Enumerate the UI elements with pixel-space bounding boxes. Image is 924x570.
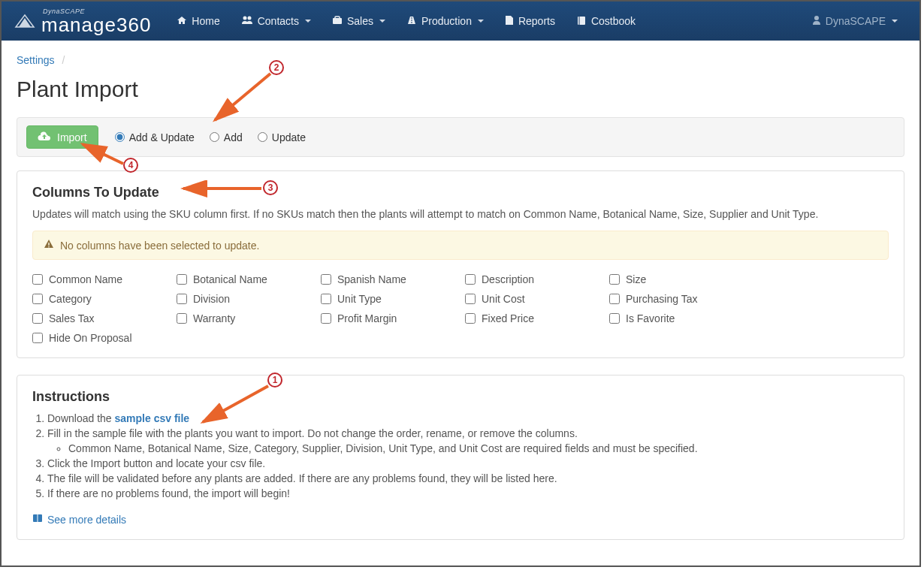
check-warranty-input[interactable] [177, 313, 187, 324]
svg-point-11 [814, 16, 819, 20]
columns-subtext: Updates will match using the SKU column … [32, 208, 889, 220]
columns-panel: Columns To Update Updates will match usi… [17, 170, 904, 358]
columns-warning-alert: No columns have been selected to update. [32, 231, 889, 260]
instruction-1: Download the sample csv file [47, 412, 889, 424]
book-icon [32, 513, 43, 526]
instruction-3: Click the Import button and locate your … [47, 457, 889, 469]
breadcrumb: Settings / [17, 54, 904, 66]
check-size-input[interactable] [609, 274, 620, 285]
chevron-down-icon [478, 20, 484, 23]
check-hide-on-proposal[interactable]: Hide On Proposal [32, 332, 168, 344]
check-division-input[interactable] [177, 294, 187, 304]
warning-icon [44, 239, 54, 252]
check-sales-tax-input[interactable] [32, 313, 43, 324]
import-toolbar: Import Add & Update Add Update [17, 117, 904, 157]
check-warranty[interactable]: Warranty [177, 312, 312, 324]
instruction-2: Fill in the sample file with the plants … [47, 427, 889, 454]
see-more-details-link[interactable]: See more details [32, 513, 126, 526]
check-unit-type[interactable]: Unit Type [321, 293, 456, 305]
import-mode-radio-group: Add & Update Add Update [115, 131, 306, 143]
svg-marker-1 [19, 18, 31, 27]
nav-user-label: DynaSCAPE [826, 15, 886, 27]
check-common-name[interactable]: Common Name [32, 273, 168, 285]
people-icon [241, 15, 253, 28]
check-label: Spanish Name [337, 273, 406, 285]
nav-reports-label: Reports [518, 15, 555, 27]
svg-rect-13 [48, 246, 49, 247]
nav-contacts[interactable]: Contacts [231, 4, 322, 39]
check-label: Profit Margin [337, 312, 397, 324]
check-label: Purchasing Tax [626, 293, 697, 305]
check-spanish-name[interactable]: Spanish Name [321, 273, 456, 285]
check-is-favorite[interactable]: Is Favorite [609, 312, 889, 324]
check-common-name-input[interactable] [32, 274, 43, 285]
check-description[interactable]: Description [465, 273, 600, 285]
check-label: Unit Cost [482, 293, 525, 305]
check-profit-margin[interactable]: Profit Margin [321, 312, 456, 324]
radio-update-label: Update [272, 131, 306, 143]
check-fixed-price[interactable]: Fixed Price [465, 312, 600, 324]
check-label: Common Name [49, 273, 122, 285]
columns-checkbox-grid: Common Name Botanical Name Spanish Name … [32, 273, 889, 344]
radio-add-update-label: Add & Update [129, 131, 195, 143]
check-purchasing-tax[interactable]: Purchasing Tax [609, 293, 889, 305]
instruction-2-text: Fill in the sample file with the plants … [47, 427, 578, 439]
check-spanish-name-input[interactable] [321, 274, 331, 285]
brand-logo[interactable]: DynaSCAPE manage360 [13, 8, 151, 35]
sample-csv-link[interactable]: sample csv file [115, 412, 190, 424]
nav-reports[interactable]: Reports [494, 4, 566, 39]
page-title: Plant Import [17, 77, 904, 102]
check-size[interactable]: Size [609, 273, 889, 285]
radio-update-input[interactable] [258, 132, 267, 142]
check-category-input[interactable] [32, 294, 43, 304]
check-sales-tax[interactable]: Sales Tax [32, 312, 168, 324]
columns-warning-text: No columns have been selected to update. [60, 240, 259, 252]
check-description-input[interactable] [465, 274, 476, 285]
radio-add-label: Add [224, 131, 243, 143]
nav-costbook[interactable]: Costbook [566, 4, 646, 39]
nav-production-label: Production [421, 15, 472, 27]
check-fixed-price-input[interactable] [465, 313, 476, 324]
check-unit-type-input[interactable] [321, 294, 331, 304]
top-navbar: DynaSCAPE manage360 Home Contacts Sales [2, 2, 919, 41]
instructions-panel: Instructions Download the sample csv fil… [17, 375, 904, 540]
nav-sales[interactable]: Sales [322, 4, 396, 39]
check-division[interactable]: Division [177, 293, 312, 305]
check-unit-cost[interactable]: Unit Cost [465, 293, 600, 305]
brand-triangle-icon [13, 12, 37, 30]
book-icon [576, 15, 587, 28]
check-label: Botanical Name [193, 273, 267, 285]
radio-add-update-input[interactable] [115, 132, 125, 142]
nav-home[interactable]: Home [166, 4, 230, 39]
nav-home-label: Home [192, 15, 219, 27]
radio-add-input[interactable] [210, 132, 219, 142]
check-profit-margin-input[interactable] [321, 313, 331, 324]
check-botanical-name-input[interactable] [177, 274, 187, 285]
nav-production[interactable]: Production [396, 4, 494, 39]
svg-point-2 [243, 16, 246, 20]
breadcrumb-settings[interactable]: Settings [17, 54, 55, 66]
check-purchasing-tax-input[interactable] [609, 294, 620, 304]
instruction-4: The file will be validated before any pl… [47, 472, 889, 484]
instruction-2-sub: Common Name, Botanical Name, Size, Categ… [68, 442, 889, 454]
radio-add[interactable]: Add [210, 131, 243, 143]
check-label: Fixed Price [482, 312, 534, 324]
svg-rect-5 [335, 17, 340, 19]
radio-add-update[interactable]: Add & Update [115, 131, 195, 143]
radio-update[interactable]: Update [258, 131, 306, 143]
check-botanical-name[interactable]: Botanical Name [177, 273, 312, 285]
check-category[interactable]: Category [32, 293, 168, 305]
check-unit-cost-input[interactable] [465, 294, 476, 304]
check-is-favorite-input[interactable] [609, 313, 620, 324]
nav-contacts-label: Contacts [258, 15, 299, 27]
nav-user-menu[interactable]: DynaSCAPE [802, 4, 908, 39]
instructions-list: Download the sample csv file Fill in the… [47, 412, 889, 499]
check-label: Size [626, 273, 646, 285]
check-label: Warranty [193, 312, 235, 324]
svg-point-3 [247, 16, 251, 20]
import-button[interactable]: Import [26, 125, 98, 149]
check-hide-on-proposal-input[interactable] [32, 333, 43, 343]
file-icon [505, 15, 514, 28]
instruction-5: If there are no problems found, the impo… [47, 487, 889, 499]
check-label: Description [482, 273, 534, 285]
